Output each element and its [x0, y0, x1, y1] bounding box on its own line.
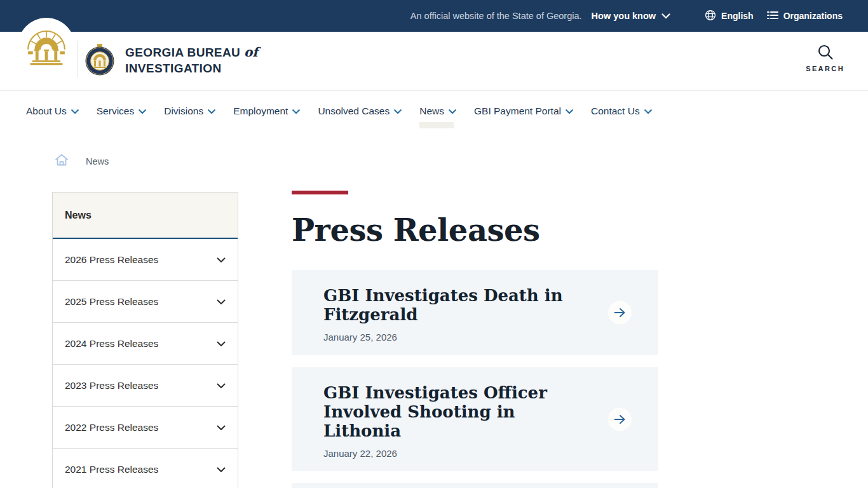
- sidebar-item-label: 2026 Press Releases: [65, 254, 158, 266]
- georgia-arch-logo[interactable]: [18, 18, 75, 75]
- home-icon: [55, 158, 69, 168]
- nav-item[interactable]: News: [410, 91, 465, 128]
- sidebar-news-menu: News 2026 Press Releases 2025 Press Rele…: [52, 192, 238, 488]
- search-button[interactable]: SEARCH: [806, 43, 844, 72]
- gbi-seal-icon: [85, 44, 115, 76]
- sidebar-item-label: 2025 Press Releases: [65, 296, 158, 308]
- chevron-down-icon: [208, 105, 215, 117]
- breadcrumb-home-link[interactable]: [55, 153, 69, 169]
- chevron-down-icon: [217, 422, 226, 433]
- georgia-arch-icon: [25, 24, 67, 69]
- press-release-date: January 25, 2026: [323, 332, 588, 342]
- sidebar-item[interactable]: 2024 Press Releases: [53, 323, 238, 365]
- how-you-know-button[interactable]: How you know: [592, 11, 671, 21]
- site-header: GEORGIA BUREAU of INVESTIGATION SEARCH: [0, 32, 868, 91]
- press-release-card[interactable]: GBI Investigates Officer: [292, 483, 658, 488]
- nav-item[interactable]: Employment: [224, 91, 309, 128]
- nav-item-label: Contact Us: [591, 105, 640, 117]
- nav-item-label: Services: [97, 105, 134, 117]
- nav-item-label: Employment: [233, 105, 288, 117]
- organizations-button[interactable]: Organizations: [767, 11, 843, 22]
- site-title-line2: INVESTIGATION: [125, 62, 222, 75]
- nav-item[interactable]: Divisions: [155, 91, 224, 128]
- site-title-line1: GEORGIA BUREAU: [125, 46, 240, 59]
- language-label: English: [721, 11, 754, 21]
- chevron-down-icon: [292, 105, 300, 117]
- main-content: Press Releases GBI Investigates Death in…: [292, 191, 658, 488]
- organizations-label: Organizations: [783, 11, 843, 21]
- press-release-date: January 22, 2026: [323, 448, 588, 459]
- sidebar-item-label: 2022 Press Releases: [65, 422, 158, 433]
- logo-divider: [78, 41, 78, 78]
- nav-item-label: About Us: [26, 105, 67, 117]
- chevron-down-icon: [566, 105, 573, 117]
- breadcrumb: News: [55, 153, 109, 169]
- sidebar-title: News: [53, 193, 238, 239]
- press-release-title: GBI Investigates Death in Fitzgerald: [323, 286, 588, 324]
- press-release-card[interactable]: GBI Investigates Death in Fitzgerald Jan…: [292, 270, 658, 355]
- globe-icon: [705, 10, 716, 23]
- chevron-down-icon: [217, 380, 226, 391]
- nav-item-label: News: [419, 105, 444, 117]
- nav-item-label: Unsolved Cases: [318, 105, 390, 117]
- search-label: SEARCH: [806, 65, 844, 72]
- breadcrumb-current: News: [86, 156, 109, 166]
- sidebar-item[interactable]: 2025 Press Releases: [53, 281, 238, 323]
- site-title-of: of: [244, 44, 258, 60]
- sidebar-item[interactable]: 2021 Press Releases: [53, 449, 238, 488]
- arrow-right-icon[interactable]: [608, 301, 632, 325]
- nav-item[interactable]: Contact Us: [582, 91, 661, 128]
- chevron-down-icon: [661, 11, 670, 21]
- official-website-text: An official website of the State of Geor…: [410, 11, 582, 21]
- sidebar-item[interactable]: 2023 Press Releases: [53, 365, 238, 407]
- sidebar-item-label: 2024 Press Releases: [65, 338, 158, 349]
- chevron-down-icon: [394, 105, 402, 117]
- how-you-know-label: How you know: [592, 11, 656, 21]
- press-release-list: GBI Investigates Death in Fitzgerald Jan…: [292, 270, 658, 488]
- nav-item[interactable]: About Us: [17, 91, 88, 128]
- search-icon: [817, 43, 834, 62]
- nav-item-label: GBI Payment Portal: [474, 105, 561, 117]
- arrow-right-icon[interactable]: [608, 407, 632, 431]
- nav-item[interactable]: Services: [88, 91, 155, 128]
- chevron-down-icon: [217, 338, 226, 349]
- chevron-down-icon: [217, 464, 226, 475]
- nav-item-label: Divisions: [164, 105, 203, 117]
- site-title[interactable]: GEORGIA BUREAU of INVESTIGATION: [125, 44, 258, 76]
- sidebar-list: 2026 Press Releases 2025 Press Releases …: [53, 239, 238, 488]
- chevron-down-icon: [217, 254, 226, 266]
- nav-item[interactable]: Unsolved Cases: [309, 91, 410, 128]
- sidebar-item-label: 2021 Press Releases: [65, 464, 158, 475]
- chevron-down-icon: [71, 105, 79, 117]
- press-release-card[interactable]: GBI Investigates Officer Involved Shooti…: [292, 367, 658, 471]
- language-button[interactable]: English: [705, 10, 754, 23]
- page-title: Press Releases: [292, 212, 658, 248]
- chevron-down-icon: [217, 296, 226, 308]
- sidebar-item[interactable]: 2022 Press Releases: [53, 407, 238, 449]
- sidebar-item-label: 2023 Press Releases: [65, 380, 158, 391]
- nav-item[interactable]: GBI Payment Portal: [465, 91, 582, 128]
- government-banner: An official website of the State of Geor…: [0, 0, 868, 32]
- chevron-down-icon: [644, 105, 652, 117]
- chevron-down-icon: [449, 105, 456, 117]
- organizations-list-icon: [767, 11, 778, 22]
- heading-accent-bar: [292, 191, 348, 194]
- press-release-title: GBI Investigates Officer Involved Shooti…: [323, 383, 588, 440]
- chevron-down-icon: [139, 105, 146, 117]
- main-navigation: About Us Services Divisions Employment U…: [17, 91, 661, 128]
- sidebar-item[interactable]: 2026 Press Releases: [53, 239, 238, 281]
